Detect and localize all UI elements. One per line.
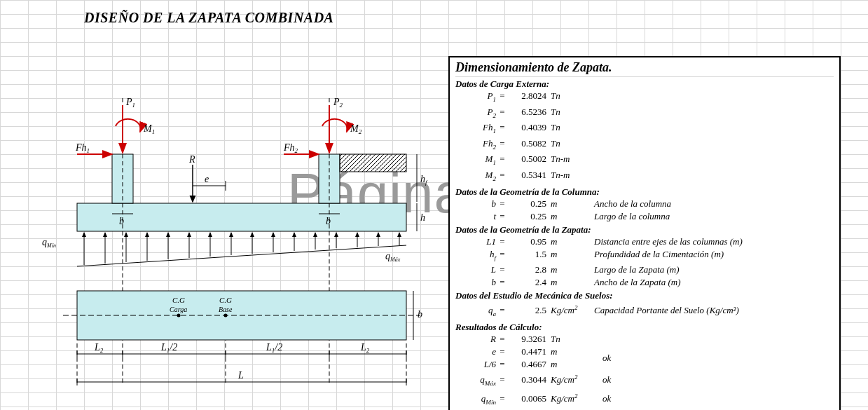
row-R: R=9.3261Tn — [455, 333, 834, 346]
svg-text:Carga: Carga — [170, 306, 187, 313]
svg-text:e: e — [205, 174, 209, 184]
svg-text:b: b — [326, 216, 331, 226]
svg-text:Base: Base — [219, 306, 233, 313]
row-Fh1: Fh1=0.4039Tn — [455, 121, 834, 137]
svg-text:b: b — [119, 216, 124, 226]
row-qa: qa=2.5Kg/cm2Capacidad Portante del Suelo… — [455, 301, 834, 320]
svg-text:C.G: C.G — [219, 296, 232, 304]
panel-title: Dimensionamiento de Zapata. — [455, 60, 834, 77]
row-qmin: qMín=0.0065Kg/cm2ok — [455, 390, 834, 409]
svg-point-37 — [177, 314, 181, 317]
svg-text:L1/2: L1/2 — [160, 342, 177, 354]
section-resultados: Resultados de Cálculo: — [455, 322, 834, 333]
svg-text:P1: P1 — [125, 97, 135, 109]
svg-text:hf: hf — [420, 174, 428, 186]
svg-text:b: b — [418, 309, 422, 320]
svg-text:M2: M2 — [350, 123, 362, 135]
section-suelos: Datos del Estudio de Mecánica de Suelos: — [455, 290, 834, 301]
svg-text:M1: M1 — [143, 123, 155, 135]
row-e: e=0.4471mok — [455, 346, 834, 358]
svg-text:R: R — [188, 154, 195, 165]
svg-text:Fh2: Fh2 — [283, 142, 298, 154]
row-b-zap: b=2.4mAncho de la Zapata (m) — [455, 276, 834, 289]
svg-text:qMín: qMín — [42, 237, 56, 249]
row-M2: M2=0.5341Tn-m — [455, 169, 834, 185]
row-L1: L1=0.95mDistancia entre ejes de las colu… — [455, 235, 834, 248]
svg-text:L2: L2 — [360, 342, 370, 354]
svg-text:L1/2: L1/2 — [266, 342, 282, 354]
footing-diagram: P1 P2 M1 M2 Fh1 Fh2 R e b b h hf qMín qM… — [42, 42, 434, 392]
svg-rect-0 — [77, 203, 406, 231]
svg-text:Fh1: Fh1 — [75, 142, 90, 154]
page-title: DISEÑO DE LA ZAPATA COMBINADA — [84, 10, 333, 26]
row-b-col: b=0.25mAncho de la columna — [455, 198, 834, 210]
section-columna: Datos de la Geometría de la Columna: — [455, 186, 834, 198]
row-P2: P2=6.5236Tn — [455, 106, 834, 122]
row-t-col: t=0.25mLargo de la columna — [455, 210, 834, 223]
svg-text:qMáx: qMáx — [385, 251, 401, 263]
row-L: L=2.8mLargo de la Zapata (m) — [455, 264, 834, 276]
svg-text:h: h — [420, 212, 425, 223]
section-carga: Datos de Carga Externa: — [455, 78, 834, 90]
section-zapata: Datos de la Geometría de la Zapata: — [455, 224, 834, 235]
svg-rect-3 — [340, 154, 406, 172]
svg-text:C.G: C.G — [172, 296, 185, 304]
row-Fh2: Fh2=0.5082Tn — [455, 137, 834, 153]
row-qmax: qMáx=0.3044Kg/cm2ok — [455, 371, 834, 390]
svg-text:L2: L2 — [94, 342, 104, 354]
svg-point-38 — [224, 314, 228, 317]
svg-text:P2: P2 — [333, 97, 343, 109]
row-hf: hf=1.5mProfundidad de la Cimentación (m) — [455, 248, 834, 264]
row-P1: P1=2.8024Tn — [455, 90, 834, 106]
svg-text:L: L — [237, 370, 244, 381]
data-panel: Dimensionamiento de Zapata. Datos de Car… — [448, 56, 841, 410]
row-M1: M1=0.5002Tn-m — [455, 153, 834, 169]
